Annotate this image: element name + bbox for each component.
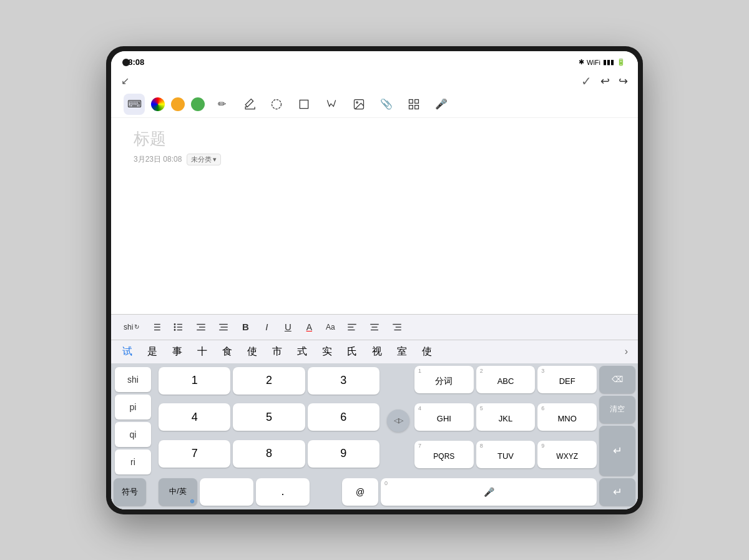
candidate-item[interactable]: 十 (191, 343, 213, 361)
grid-btn[interactable] (403, 94, 424, 115)
align-right-btn[interactable] (386, 318, 408, 336)
delete-key[interactable]: ⌫ (599, 366, 635, 393)
italic-btn[interactable]: I (257, 318, 277, 336)
svg-point-19 (175, 329, 176, 330)
spell-icon: ↻ (134, 323, 139, 330)
candidate-item[interactable]: 使 (241, 343, 263, 361)
candidate-item[interactable]: 使 (416, 343, 438, 361)
toolbar-right: ✓ ↩ ↪ (581, 74, 628, 89)
key-7[interactable]: 7 (159, 440, 230, 468)
enter-key-bottom[interactable]: ↵ (599, 478, 635, 506)
split-keyboard-btn[interactable]: ◁▷ (387, 410, 409, 432)
align-left-btn[interactable] (341, 318, 363, 336)
list-ordered-btn[interactable] (145, 318, 167, 336)
lasso-btn[interactable] (266, 94, 287, 115)
undo-button[interactable]: ↩ (600, 74, 610, 88)
kb-bottom-row: 符号 中/英 ⊕ . @ (111, 476, 638, 509)
candidate-item[interactable]: 是 (141, 343, 164, 361)
note-area[interactable]: 标题 3月23日 08:08 未分类 ▾ (111, 118, 638, 314)
kb-predictions-col: shi pi qi ri (114, 366, 154, 476)
green-color-btn[interactable] (191, 97, 205, 111)
indent-btn[interactable] (190, 318, 212, 336)
kb-action-col: ⌫ 清空 ↵ (599, 366, 635, 476)
status-bar: 08:08 ✱ WiFi ▮▮▮ 🔋 (111, 51, 638, 71)
color-picker-btn[interactable] (151, 97, 165, 111)
key-1[interactable]: 1 (159, 367, 230, 395)
prediction-pi[interactable]: pi (115, 395, 151, 420)
candidate-bar: 试 是 事 十 食 使 市 式 实 氏 视 室 使 › (111, 340, 638, 363)
select-btn[interactable] (321, 94, 342, 115)
image-btn[interactable] (348, 94, 370, 115)
key-tuv[interactable]: 8TUV (476, 441, 536, 468)
svg-point-17 (175, 323, 176, 325)
candidate-item[interactable]: 视 (366, 343, 388, 361)
candidate-item[interactable]: 式 (291, 343, 313, 361)
key-0-numpad[interactable] (200, 478, 253, 506)
key-fenchi[interactable]: 1分词 (414, 366, 474, 393)
key-mno[interactable]: 6MNO (537, 403, 597, 431)
orange-color-btn[interactable] (171, 97, 185, 111)
enter-key[interactable]: ↵ (599, 426, 635, 476)
bold-btn[interactable]: B (235, 318, 255, 336)
list-unordered-btn[interactable] (168, 318, 189, 336)
prediction-qi[interactable]: qi (115, 422, 151, 447)
svg-rect-4 (409, 99, 413, 103)
key-9[interactable]: 9 (308, 440, 379, 468)
key-ghi[interactable]: 4GHI (414, 403, 474, 431)
key-4[interactable]: 4 (159, 403, 230, 431)
candidate-item[interactable]: 食 (216, 343, 238, 361)
crop-btn[interactable] (293, 94, 315, 115)
candidate-item[interactable]: 氏 (341, 343, 363, 361)
kb-bottom-left: 符号 (114, 478, 156, 506)
key-dot-numpad[interactable]: . (256, 478, 310, 506)
font-color-btn[interactable]: A (299, 318, 319, 336)
key-pqrs[interactable]: 7PQRS (414, 441, 474, 468)
candidate-item[interactable]: 市 (266, 343, 288, 361)
candidate-item[interactable]: 室 (391, 343, 413, 361)
key-8[interactable]: 8 (233, 440, 305, 468)
candidate-item[interactable]: 实 (316, 343, 338, 361)
collapse-icon[interactable]: ↙ (121, 75, 129, 87)
candidate-item[interactable]: 事 (166, 343, 188, 361)
prediction-ri[interactable]: ri (115, 449, 151, 474)
candidate-item[interactable]: 试 (116, 343, 139, 361)
toolbar: ↙ ✓ ↩ ↪ (111, 71, 638, 91)
lang-switch-key[interactable]: 中/英 ⊕ (159, 478, 197, 506)
note-category[interactable]: 未分类 ▾ (187, 154, 221, 165)
key-jkl[interactable]: 5JKL (476, 403, 536, 431)
key-2[interactable]: 2 (233, 367, 305, 395)
key-def[interactable]: 3DEF (537, 366, 597, 393)
kb-divider-bottom-space (312, 478, 340, 506)
key-5[interactable]: 5 (233, 403, 305, 431)
align-center-btn[interactable] (364, 318, 385, 336)
key-6[interactable]: 6 (308, 403, 379, 431)
key-abc[interactable]: 2ABC (476, 366, 536, 393)
candidate-more-btn[interactable]: › (620, 343, 633, 360)
battery-icon: 🔋 (617, 58, 625, 66)
clear-key[interactable]: 清空 (599, 396, 635, 423)
mic-btn[interactable]: 🎤 (431, 94, 452, 115)
check-button[interactable]: ✓ (581, 74, 592, 89)
signal-icon: ▮▮▮ (603, 58, 614, 66)
note-meta: 3月23日 08:08 未分类 ▾ (134, 154, 615, 165)
attachment-btn[interactable]: 📎 (376, 94, 397, 115)
eraser-btn[interactable] (238, 94, 260, 115)
kb-right-grid: 1分词 2ABC 3DEF 4GHI 5JKL 6MNO 7PQRS 8TUV … (414, 366, 597, 476)
keyboard-btn[interactable]: ⌨ (124, 94, 145, 115)
symbol-key[interactable]: 符号 (114, 478, 146, 506)
prediction-shi[interactable]: shi (115, 367, 151, 392)
format-toolbar: ⌨ ✏ 📎 🎤 (111, 91, 638, 118)
font-size-btn[interactable]: Aa (320, 318, 340, 336)
outdent-btn[interactable] (213, 318, 234, 336)
kb-divider[interactable]: ◁▷ (384, 366, 412, 476)
underline-btn[interactable]: U (278, 318, 298, 336)
spell-correction[interactable]: shi ↻ (119, 318, 144, 336)
svg-rect-7 (415, 105, 419, 109)
pencil-btn[interactable]: ✏ (211, 94, 232, 115)
key-3[interactable]: 3 (308, 367, 379, 395)
key-at[interactable]: @ (342, 478, 378, 506)
key-wxyz[interactable]: 9WXYZ (537, 441, 597, 468)
note-title: 标题 (134, 128, 615, 150)
space-bar[interactable]: 0 🎤 (381, 478, 597, 506)
redo-button[interactable]: ↪ (619, 74, 628, 88)
